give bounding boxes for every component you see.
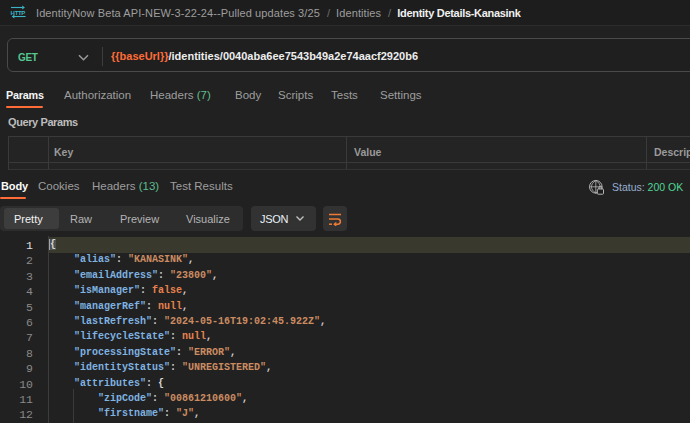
- svg-text:HTTP: HTTP: [11, 10, 26, 16]
